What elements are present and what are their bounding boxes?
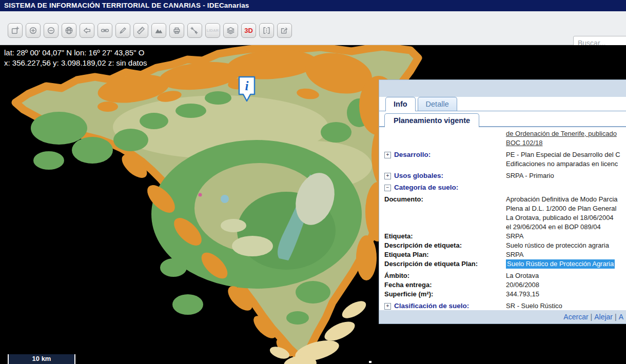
route-button[interactable] (187, 23, 202, 38)
footer-link-alejar[interactable]: Alejar (594, 313, 613, 321)
coordinates-xyz: x: 356.227,56 y: 3.098.189,02 z: sin dat… (4, 58, 147, 68)
pages-icon (262, 26, 271, 35)
globe-button[interactable] (62, 23, 76, 38)
section-row: +Usos globales:SRPA - Primario (384, 171, 626, 180)
panel-tab-bar: Info Detalle (379, 97, 626, 111)
globe-icon (65, 26, 73, 35)
expand-icon[interactable]: + (384, 303, 391, 310)
section-title: Clasificación de suelo: (394, 301, 469, 310)
field-row: Ámbito:La Orotava (384, 271, 626, 280)
layers-icon (226, 26, 235, 35)
field-row: Fecha entrega:20/06/2008 (384, 280, 626, 290)
zoom-extent-button[interactable] (8, 23, 23, 38)
print-icon (172, 26, 181, 35)
back-arrow-icon (83, 26, 91, 35)
expand-icon[interactable]: + (384, 173, 391, 179)
attribute-rows: de Ordenación de Tenerife, publicadoBOC … (379, 127, 626, 310)
footer-separator: | (591, 313, 593, 321)
section-label: +Clasificación de suelo: (384, 301, 506, 310)
value-text: 20/06/2008 (506, 280, 626, 290)
field-label: Superficie (m²): (384, 290, 506, 299)
view-3d-button-label: 3D (244, 27, 253, 34)
coordinates-readout: lat: 28º 00' 04,07" N lon: 16º 27' 43,85… (4, 48, 147, 68)
app-title-bar: SISTEMA DE INFORMACIÓN TERRITORIAL DE CA… (0, 0, 626, 11)
field-value: SR - Suelo Rústico (506, 301, 626, 310)
field-value: SRPA (506, 232, 626, 241)
lidar-button[interactable]: LIDAR (205, 23, 220, 38)
field-value: 344.793,15 (506, 290, 626, 299)
section-title: Desarrollo: (394, 150, 431, 159)
field-label: Fecha entrega: (384, 280, 506, 290)
field-label: Documento: (384, 195, 506, 204)
section-title: Categoría de suelo: (394, 183, 458, 192)
field-value: Suelo Rústico de Protección Agraria (506, 259, 626, 271)
share-button[interactable] (277, 23, 292, 38)
back-arrow-button[interactable] (80, 23, 94, 38)
footer-link-a[interactable]: A (619, 313, 623, 321)
section-label: −Categoría de suelo: (384, 183, 506, 192)
lake (221, 195, 229, 203)
lidar-button-label: LIDAR (207, 28, 219, 33)
value-text: Plena al D.L. 1/2000 de Plan General (506, 204, 626, 213)
section-title: Usos globales: (394, 171, 443, 180)
value-text: el 29/06/2004 en el BOP 089/04 (506, 223, 626, 232)
share-icon (280, 26, 289, 35)
layers-button[interactable] (223, 23, 238, 38)
info-marker-glyph: i (245, 79, 249, 93)
scale-bar: 10 km (8, 354, 75, 364)
link-icon (101, 26, 109, 35)
coordinates-latlon: lat: 28º 00' 04,07" N lon: 16º 27' 43,85… (4, 48, 147, 58)
toolbar-buttons: LIDAR3D (8, 23, 292, 38)
value-text: SRPA (506, 232, 626, 241)
field-row: Documento:Aprobación Definitiva de Modo … (384, 195, 626, 232)
route-icon (190, 26, 199, 35)
value-text: La Orotava (506, 271, 626, 280)
terrain-button[interactable] (151, 23, 166, 38)
draw-button[interactable] (115, 23, 130, 38)
field-value: de Ordenación de Tenerife, publicadoBOC … (506, 129, 626, 148)
section-row: +Clasificación de suelo:SR - Suelo Rústi… (384, 301, 626, 310)
value-text: La Orotava, publicado el 18/06/2004 (506, 213, 626, 223)
expand-icon[interactable]: + (384, 152, 391, 158)
zoom-in-button[interactable] (26, 23, 41, 38)
value-text: SRPA (506, 250, 626, 259)
panel-footer: Acercar|Alejar|A (379, 310, 626, 323)
link-button[interactable] (97, 23, 112, 38)
zoom-extent-icon (11, 26, 19, 35)
field-value: La Orotava (506, 271, 626, 280)
field-value: Suelo rústico de protección agraria (506, 241, 626, 250)
tab-detalle[interactable]: Detalle (418, 97, 457, 111)
zoom-out-button[interactable] (44, 23, 58, 38)
info-panel: Info Detalle Planeamiento vigente de Ord… (379, 79, 626, 324)
field-value: SRPA - Primario (506, 171, 626, 180)
document-link[interactable]: BOC 102/18 (506, 138, 626, 148)
subtab-row: Planeamiento vigente (379, 111, 626, 127)
measure-icon (136, 26, 145, 35)
footer-separator: | (615, 313, 617, 321)
field-row: Etiqueta Plan:SRPA (384, 250, 626, 259)
value-text: SRPA - Primario (506, 171, 626, 180)
field-value: PE - Plan Especial de Desarrollo del CEd… (506, 150, 626, 169)
tab-info[interactable]: Info (385, 97, 416, 111)
field-label: Ámbito: (384, 271, 506, 280)
document-link[interactable]: de Ordenación de Tenerife, publicado (506, 129, 626, 138)
value-text: Edificaciones no amparadas en licenc (506, 159, 626, 169)
footer-link-acercar[interactable]: Acercar (563, 313, 588, 321)
pages-button[interactable] (259, 23, 274, 38)
scale-label: 10 km (32, 355, 51, 362)
field-label: Etiqueta: (384, 232, 506, 241)
draw-icon (119, 26, 127, 35)
field-label: Descripción de etiqueta Plan: (384, 259, 506, 269)
panel-body: Planeamiento vigente de Ordenación de Te… (379, 111, 626, 310)
field-value: SRPA (506, 250, 626, 259)
field-value: 20/06/2008 (506, 280, 626, 290)
value-text: Suelo rústico de protección agraria (506, 241, 626, 250)
collapse-icon[interactable]: − (384, 185, 391, 191)
view-3d-button[interactable]: 3D (241, 23, 256, 38)
section-label: +Usos globales: (384, 171, 506, 180)
field-row: Descripción de etiqueta Plan:Suelo Rústi… (384, 259, 626, 271)
tab-planeamiento-vigente[interactable]: Planeamiento vigente (384, 113, 479, 127)
poi-dot (199, 193, 202, 197)
print-button[interactable] (169, 23, 184, 38)
measure-button[interactable] (133, 23, 148, 38)
